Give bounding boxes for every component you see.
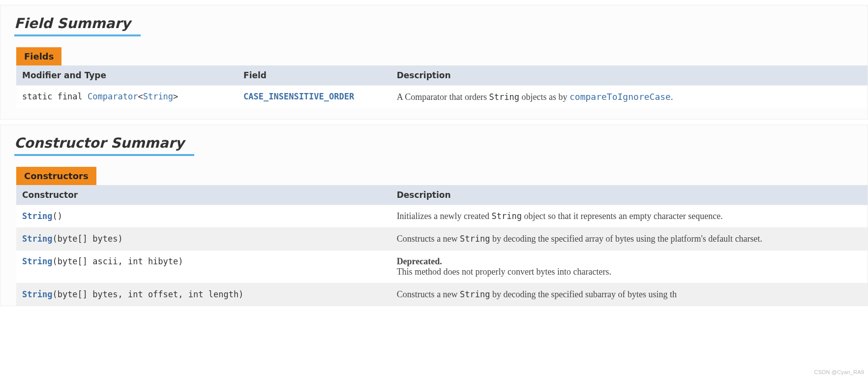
col-modifier-type: Modifier and Type (16, 65, 238, 86)
constructor-description-cell: Constructs a new String by decoding the … (391, 228, 868, 251)
fields-row: static final Comparator<String> CASE_INS… (16, 86, 868, 109)
field-description-cell: A Comparator that orders String objects … (391, 86, 868, 109)
constructor-description-cell: Initializes a newly created String objec… (391, 205, 868, 228)
constructors-table: Constructor Description String() Initial… (16, 185, 868, 306)
field-summary-section: Field Summary Fields Modifier and Type F… (0, 5, 868, 120)
deprecated-label: Deprecated. (397, 256, 442, 266)
constructor-row: String(byte[] bytes) Constructs a new St… (16, 228, 868, 251)
constructor-link-string-bytes-offset-length[interactable]: String (22, 289, 52, 299)
field-summary-heading: Field Summary (14, 15, 141, 36)
constructor-signature-cell: String(byte[] bytes, int offset, int len… (16, 283, 391, 306)
col-description: Description (391, 65, 868, 86)
constructor-link-string-ascii-hibyte[interactable]: String (22, 256, 52, 266)
fields-header-row: Modifier and Type Field Description (16, 65, 868, 86)
constructor-row: String(byte[] ascii, int hibyte) Depreca… (16, 251, 868, 283)
constructors-header-row: Constructor Description (16, 185, 868, 205)
code-string: String (460, 289, 490, 299)
type-link-string[interactable]: String (143, 92, 173, 101)
deprecated-text: This method does not properly convert by… (397, 267, 611, 277)
constructor-row: String() Initializes a newly created Str… (16, 205, 868, 228)
code-string: String (460, 234, 490, 244)
constructor-summary-heading: Constructor Summary (14, 135, 194, 156)
col-cons-description: Description (391, 185, 868, 205)
constructor-row: String(byte[] bytes, int offset, int len… (16, 283, 868, 306)
type-link-comparator[interactable]: Comparator (88, 92, 138, 101)
modifier-prefix: static final (22, 92, 88, 101)
field-name-cell: CASE_INSENSITIVE_ORDER (238, 86, 391, 109)
col-field: Field (238, 65, 391, 86)
constructor-signature-cell: String() (16, 205, 391, 228)
col-constructor: Constructor (16, 185, 391, 205)
fields-caption: Fields (16, 47, 61, 65)
constructor-link-string-empty[interactable]: String (22, 211, 52, 221)
constructor-link-string-bytes[interactable]: String (22, 234, 52, 244)
link-comparetoignorecase[interactable]: compareToIgnoreCase (569, 92, 671, 102)
code-string: String (492, 211, 522, 221)
fields-table: Modifier and Type Field Description stat… (16, 65, 868, 108)
constructor-summary-section: Constructor Summary Constructors Constru… (0, 125, 868, 306)
constructor-signature-cell: String(byte[] ascii, int hibyte) (16, 251, 391, 283)
field-modifier-type-cell: static final Comparator<String> (16, 86, 238, 109)
constructors-caption: Constructors (16, 167, 96, 185)
constructor-signature-cell: String(byte[] bytes) (16, 228, 391, 251)
code-string: String (489, 92, 519, 102)
constructor-description-cell: Constructs a new String by decoding the … (391, 283, 868, 306)
constructor-description-cell: Deprecated. This method does not properl… (391, 251, 868, 283)
field-link-case-insensitive-order[interactable]: CASE_INSENSITIVE_ORDER (243, 92, 354, 101)
